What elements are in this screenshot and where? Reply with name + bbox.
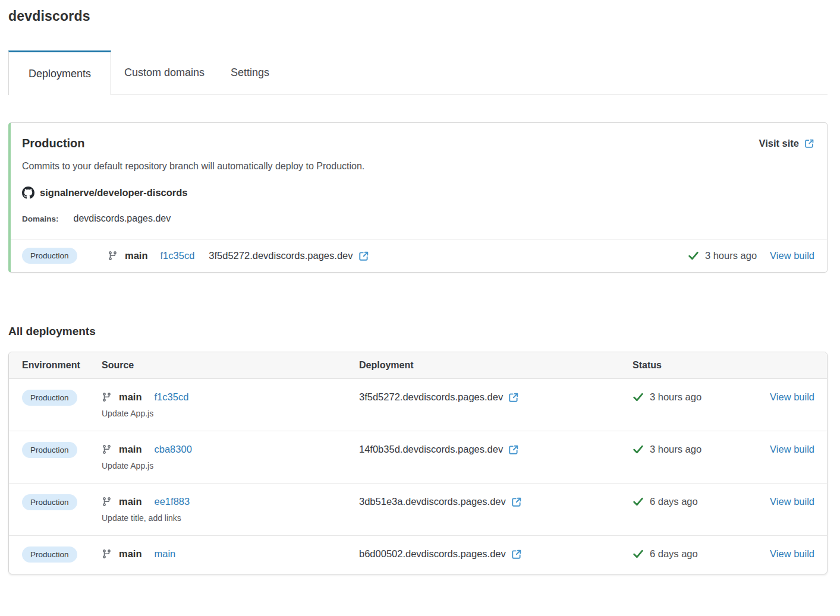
deployment-url: 14f0b35d.devdiscords.pages.dev xyxy=(359,441,503,457)
commit-message: Update App.js xyxy=(102,460,359,472)
commit-message: Update title, add links xyxy=(102,512,359,524)
column-header-source: Source xyxy=(102,360,359,371)
tab-deployments[interactable]: Deployments xyxy=(8,50,111,95)
status-indicator: 6 days ago xyxy=(633,546,698,562)
status-indicator: 3 hours ago xyxy=(633,441,701,457)
view-build-link[interactable]: View build xyxy=(770,389,814,405)
environment-badge: Production xyxy=(22,390,77,406)
deploy-time: 6 days ago xyxy=(650,546,698,562)
table-row: Production main ee1f883 Update title, ad… xyxy=(9,483,827,535)
check-icon xyxy=(633,496,644,507)
source-info: main cba8300 xyxy=(102,441,359,457)
environment-badge: Production xyxy=(22,546,77,563)
deployment-url-link[interactable]: b6d00502.devdiscords.pages.dev xyxy=(359,546,522,562)
view-build-link[interactable]: View build xyxy=(770,250,814,261)
environment-badge: Production xyxy=(22,442,77,458)
table-row: Production main main b6d00502.devdiscord… xyxy=(9,535,827,574)
git-branch-icon xyxy=(102,497,112,507)
git-branch-icon xyxy=(102,549,112,559)
source-info: main f1c35cd xyxy=(108,250,194,261)
commit-message: Update App.js xyxy=(102,407,359,419)
deployment-url-link[interactable]: 14f0b35d.devdiscords.pages.dev xyxy=(359,441,519,457)
repo-line: signalnerve/developer-discords xyxy=(22,187,814,199)
deploy-time: 3 hours ago xyxy=(650,389,701,405)
external-link-icon xyxy=(804,138,814,149)
commit-link[interactable]: cba8300 xyxy=(155,441,192,457)
git-branch-icon xyxy=(102,392,112,402)
deployment-url: 3db51e3a.devdiscords.pages.dev xyxy=(359,494,506,510)
source-info: main ee1f883 xyxy=(102,494,359,510)
column-header-deployment: Deployment xyxy=(359,360,633,371)
git-branch-icon xyxy=(102,444,112,454)
domains-line: Domains: devdiscords.pages.dev xyxy=(22,213,814,224)
production-deployment-row: Production main f1c35cd 3f5d5272.devdisc… xyxy=(11,239,827,272)
repo-name: signalnerve/developer-discords xyxy=(40,187,188,198)
check-icon xyxy=(633,391,644,403)
branch-name: main xyxy=(125,250,148,261)
status-group: 3 hours ago View build xyxy=(688,250,814,261)
commit-link[interactable]: f1c35cd xyxy=(161,250,195,261)
production-title: Production xyxy=(22,137,85,150)
external-link-icon xyxy=(358,251,369,261)
external-link-icon xyxy=(508,444,519,455)
production-card: Production Visit site Commits to your de… xyxy=(8,122,828,273)
branch-name: main xyxy=(119,494,142,510)
check-icon xyxy=(688,250,699,261)
github-icon xyxy=(22,187,34,199)
visit-site-link[interactable]: Visit site xyxy=(759,138,814,149)
environment-badge: Production xyxy=(22,494,77,510)
view-build-link[interactable]: View build xyxy=(770,494,814,510)
visit-site-label: Visit site xyxy=(759,138,799,149)
environment-badge: Production xyxy=(22,248,77,264)
commit-link[interactable]: ee1f883 xyxy=(155,494,190,510)
all-deployments-heading: All deployments xyxy=(8,325,828,338)
page-title: devdiscords xyxy=(8,8,828,24)
check-icon xyxy=(633,548,644,560)
tab-custom-domains[interactable]: Custom domains xyxy=(111,51,218,94)
git-branch-icon xyxy=(108,251,118,261)
table-header-row: Environment Source Deployment Status xyxy=(9,352,827,379)
source-info: main f1c35cd xyxy=(102,389,359,405)
source-info: main main xyxy=(102,546,359,562)
domains-value: devdiscords.pages.dev xyxy=(74,213,171,224)
external-link-icon xyxy=(508,392,519,403)
branch-name: main xyxy=(119,546,142,562)
commit-link[interactable]: main xyxy=(155,546,176,562)
status-indicator: 6 days ago xyxy=(633,494,698,510)
external-link-icon xyxy=(511,497,522,507)
tab-bar: Deployments Custom domains Settings xyxy=(8,50,828,94)
deployment-url: b6d00502.devdiscords.pages.dev xyxy=(359,546,506,562)
column-header-environment: Environment xyxy=(22,360,102,371)
production-description: Commits to your default repository branc… xyxy=(22,161,814,172)
view-build-link[interactable]: View build xyxy=(770,546,814,562)
page: devdiscords Deployments Custom domains S… xyxy=(0,0,840,586)
external-link-icon xyxy=(511,549,522,560)
view-build-link[interactable]: View build xyxy=(770,441,814,457)
branch-name: main xyxy=(119,389,142,405)
deployment-url-link[interactable]: 3db51e3a.devdiscords.pages.dev xyxy=(359,494,522,510)
deploy-time: 3 hours ago xyxy=(650,441,701,457)
table-row: Production main cba8300 Update App.js 14… xyxy=(9,431,827,483)
deploy-time: 3 hours ago xyxy=(705,250,757,261)
branch-name: main xyxy=(119,441,142,457)
column-header-status: Status xyxy=(633,360,814,371)
commit-link[interactable]: f1c35cd xyxy=(155,389,189,405)
deployment-url-link[interactable]: 3f5d5272.devdiscords.pages.dev xyxy=(209,250,369,261)
deployment-url: 3f5d5272.devdiscords.pages.dev xyxy=(209,250,353,261)
deployment-url-link[interactable]: 3f5d5272.devdiscords.pages.dev xyxy=(359,389,519,405)
deploy-time: 6 days ago xyxy=(650,494,698,510)
check-icon xyxy=(633,444,644,455)
status-indicator: 3 hours ago xyxy=(633,389,701,405)
table-row: Production main f1c35cd Update App.js 3f… xyxy=(9,379,827,431)
domains-label: Domains: xyxy=(22,214,59,223)
deployments-table: Environment Source Deployment Status Pro… xyxy=(8,352,828,574)
tab-settings[interactable]: Settings xyxy=(218,51,282,94)
deployment-url: 3f5d5272.devdiscords.pages.dev xyxy=(359,389,503,405)
